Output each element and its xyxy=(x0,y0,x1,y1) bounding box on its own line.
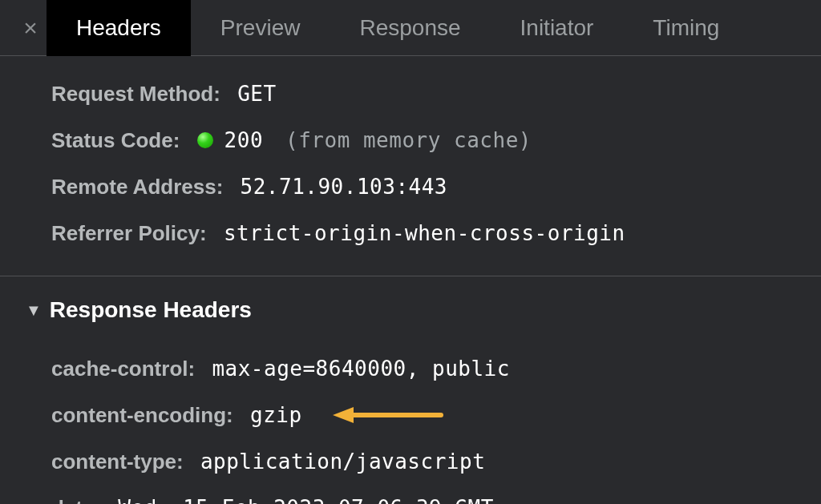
status-code-label: Status Code: xyxy=(51,127,180,154)
content-encoding-label: content-encoding: xyxy=(51,401,233,429)
status-code-row: Status Code: 200 (from memory cache) xyxy=(51,117,795,163)
response-headers-list: cache-control: max-age=8640000, public c… xyxy=(26,328,795,504)
tab-initiator[interactable]: Initiator xyxy=(491,0,624,56)
status-code-value: 200 xyxy=(224,127,263,154)
status-code-note: (from memory cache) xyxy=(285,127,532,154)
tab-bar: × Headers Preview Response Initiator Tim… xyxy=(0,0,821,56)
content-type-value: application/javascript xyxy=(200,448,485,475)
tab-headers[interactable]: Headers xyxy=(47,0,191,56)
spacer xyxy=(233,401,239,429)
cache-control-label: cache-control: xyxy=(51,355,195,382)
spacer xyxy=(223,173,229,200)
tab-preview[interactable]: Preview xyxy=(191,0,330,56)
request-method-row: Request Method: GET xyxy=(51,71,795,117)
response-headers-title: Response Headers xyxy=(50,297,252,323)
general-headers-section: Request Method: GET Status Code: 200 (fr… xyxy=(0,56,821,276)
close-icon[interactable]: × xyxy=(14,14,47,42)
spacer xyxy=(220,80,226,107)
spacer xyxy=(101,494,107,504)
spacer xyxy=(195,355,200,382)
referrer-policy-row: Referrer Policy: strict-origin-when-cros… xyxy=(51,210,795,256)
spacer xyxy=(207,220,212,247)
content-encoding-row: content-encoding: gzip xyxy=(51,392,795,438)
referrer-policy-label: Referrer Policy: xyxy=(51,220,207,247)
tab-response[interactable]: Response xyxy=(330,0,490,56)
response-headers-section: ▼ Response Headers cache-control: max-ag… xyxy=(0,276,821,504)
content-type-row: content-type: application/javascript xyxy=(51,438,795,485)
spacer xyxy=(184,448,189,475)
remote-address-value: 52.71.90.103:443 xyxy=(241,173,447,200)
request-method-value: GET xyxy=(237,80,276,107)
spacer xyxy=(180,127,185,154)
request-method-label: Request Method: xyxy=(51,80,220,107)
svg-marker-1 xyxy=(333,407,354,423)
status-ok-icon xyxy=(197,132,213,148)
response-headers-title-row[interactable]: ▼ Response Headers xyxy=(26,291,795,328)
referrer-policy-value: strict-origin-when-cross-origin xyxy=(224,220,625,247)
date-label: date: xyxy=(51,494,101,504)
remote-address-label: Remote Address: xyxy=(51,173,223,200)
cache-control-value: max-age=8640000, public xyxy=(212,355,510,382)
date-value: Wed, 15 Feb 2023 07:06:39 GMT xyxy=(118,494,493,504)
annotation-arrow-icon xyxy=(333,405,445,425)
tab-timing[interactable]: Timing xyxy=(623,0,749,56)
content-encoding-value: gzip xyxy=(250,401,302,429)
date-row: date: Wed, 15 Feb 2023 07:06:39 GMT xyxy=(51,485,795,504)
remote-address-row: Remote Address: 52.71.90.103:443 xyxy=(51,163,795,210)
cache-control-row: cache-control: max-age=8640000, public xyxy=(51,345,795,392)
chevron-down-icon: ▼ xyxy=(26,301,42,320)
content-type-label: content-type: xyxy=(51,448,184,475)
